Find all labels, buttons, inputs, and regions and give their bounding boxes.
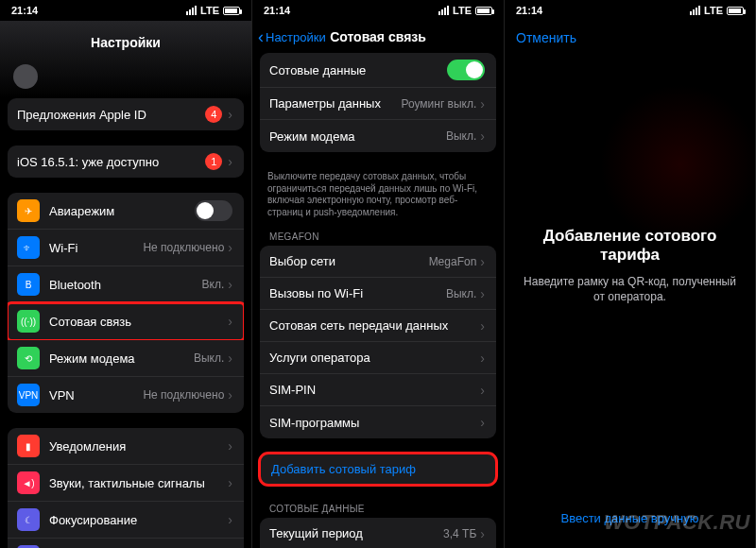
row-label: Wi-Fi bbox=[49, 241, 143, 255]
chevron-right-icon: › bbox=[480, 415, 485, 430]
chevron-right-icon: › bbox=[480, 318, 485, 334]
status-time: 21:14 bbox=[264, 5, 290, 16]
status-time: 21:14 bbox=[11, 5, 38, 16]
settings-row-airplane[interactable]: ✈Авиарежим bbox=[8, 193, 244, 230]
section-footer: Выключите передачу сотовых данных, чтобы… bbox=[252, 167, 504, 228]
airplane-icon: ✈ bbox=[17, 199, 40, 222]
chevron-right-icon: › bbox=[228, 351, 232, 366]
cell-icon: ((·)) bbox=[17, 310, 40, 333]
row-label: Сотовая связь bbox=[49, 315, 228, 329]
chevron-right-icon: › bbox=[480, 96, 485, 111]
vpn-icon: VPN bbox=[17, 384, 40, 406]
settings-row-5[interactable]: SIM-программы› bbox=[260, 406, 496, 438]
badge: 1 bbox=[205, 153, 222, 170]
row-label: Сотовая сеть передачи данных bbox=[269, 318, 480, 333]
nav-header: Настройки bbox=[9, 26, 242, 59]
status-bar: 21:14 LTE bbox=[0, 0, 251, 21]
toggle[interactable] bbox=[447, 60, 485, 80]
row-label: Сотовые данные bbox=[269, 63, 447, 77]
chevron-right-icon: › bbox=[480, 526, 485, 541]
settings-row-bt[interactable]: BBluetoothВкл.› bbox=[8, 266, 244, 303]
settings-row-1[interactable]: Вызовы по Wi-FiВыкл.› bbox=[260, 278, 496, 310]
settings-row-2[interactable]: Сотовая сеть передачи данных› bbox=[260, 310, 496, 342]
settings-row-0[interactable]: Сотовые данные bbox=[260, 53, 496, 88]
settings-row-sound[interactable]: ◄)Звуки, тактильные сигналы› bbox=[8, 465, 244, 502]
chevron-right-icon: › bbox=[480, 351, 485, 366]
section-header-data: СОТОВЫЕ ДАННЫЕ bbox=[252, 500, 504, 518]
row-label: Предложения Apple ID bbox=[17, 108, 205, 122]
signal-icon bbox=[438, 6, 449, 15]
cellular-pane: 21:14 LTE ‹ Настройки Сотовая связь Сото… bbox=[252, 0, 505, 548]
settings-pane: 21:14 LTE Настройки Предложения Apple ID… bbox=[0, 0, 252, 548]
page-title: Добавление сотового тарифа bbox=[522, 227, 738, 265]
settings-row-vpn[interactable]: VPNVPNНе подключено› bbox=[8, 377, 244, 413]
page-title: Настройки bbox=[91, 35, 161, 50]
row-label: Вызовы по Wi-Fi bbox=[269, 286, 446, 300]
battery-icon bbox=[727, 7, 744, 15]
settings-row-cell[interactable]: ((·))Сотовая связь› bbox=[8, 303, 244, 340]
chevron-right-icon: › bbox=[228, 314, 232, 329]
chevron-right-icon: › bbox=[228, 512, 232, 527]
back-button[interactable]: ‹ Настройки bbox=[258, 30, 326, 44]
row-value: Вкл. bbox=[202, 278, 225, 291]
chevron-right-icon: › bbox=[228, 154, 232, 169]
bt-icon: B bbox=[17, 273, 40, 296]
add-plan-pane: 21:14 LTE Отменить Добавление сотового т… bbox=[505, 0, 756, 548]
row-label: Услуги оператора bbox=[269, 351, 480, 365]
row-label: Текущий период bbox=[269, 526, 443, 540]
settings-row-2[interactable]: Режим модемаВыкл.› bbox=[260, 120, 496, 152]
focus-icon: ☾ bbox=[17, 508, 40, 531]
network-label: LTE bbox=[453, 5, 472, 16]
row-value: Выкл. bbox=[194, 351, 224, 365]
row-label: Режим модема bbox=[269, 129, 446, 144]
row-label: Авиарежим bbox=[49, 204, 195, 218]
avatar[interactable] bbox=[13, 64, 38, 89]
chevron-right-icon: › bbox=[480, 383, 485, 398]
settings-row-wifi[interactable]: ᯤWi-FiНе подключено› bbox=[8, 230, 244, 266]
row-value: Выкл. bbox=[446, 287, 476, 300]
hotspot-icon: ⟲ bbox=[17, 347, 40, 369]
settings-row-4[interactable]: SIM-PIN› bbox=[260, 374, 496, 406]
chevron-right-icon: › bbox=[228, 387, 232, 402]
row-label: iOS 16.5.1: уже доступно bbox=[17, 155, 205, 169]
chevron-right-icon: › bbox=[228, 107, 232, 122]
row-label: Bluetooth bbox=[49, 278, 202, 292]
chevron-right-icon: › bbox=[480, 286, 485, 301]
page-subtitle: Наведите рамку на QR-код, полученный от … bbox=[522, 274, 738, 304]
watermark: WOTPACK.RU bbox=[604, 510, 750, 535]
software-update-row[interactable]: iOS 16.5.1: уже доступно 1 › bbox=[8, 146, 244, 178]
settings-row-3[interactable]: Услуги оператора› bbox=[260, 342, 496, 374]
nav-header: ‹ Настройки Сотовая связь bbox=[252, 21, 504, 53]
row-label: SIM-PIN bbox=[269, 383, 480, 397]
settings-row-focus[interactable]: ☾Фокусирование› bbox=[8, 502, 244, 539]
chevron-right-icon: › bbox=[228, 438, 232, 454]
row-label: Режим модема bbox=[49, 351, 194, 366]
row-label: Параметры данных bbox=[269, 96, 401, 111]
settings-row-hotspot[interactable]: ⟲Режим модемаВыкл.› bbox=[8, 340, 244, 377]
chevron-right-icon: › bbox=[480, 254, 485, 269]
cancel-button[interactable]: Отменить bbox=[516, 30, 576, 45]
settings-row-0[interactable]: Выбор сетиMegaFon› bbox=[260, 246, 496, 278]
chevron-right-icon: › bbox=[228, 240, 232, 255]
settings-row-1[interactable]: Параметры данныхРоуминг выкл.› bbox=[260, 88, 496, 120]
back-label: Настройки bbox=[266, 30, 326, 44]
chevron-right-icon: › bbox=[228, 277, 232, 292]
network-label: LTE bbox=[200, 5, 219, 16]
status-bar: 21:14 LTE bbox=[252, 0, 504, 21]
sound-icon: ◄) bbox=[17, 471, 40, 494]
row-label: VPN bbox=[49, 388, 143, 402]
settings-row-notif[interactable]: ▮Уведомления› bbox=[8, 428, 244, 465]
apple-id-suggestions-row[interactable]: Предложения Apple ID 4 › bbox=[8, 98, 244, 130]
row-label: Фокусирование bbox=[49, 513, 228, 527]
row-value: 3,4 ТБ bbox=[443, 527, 476, 540]
settings-row-screen[interactable]: ⌛Экранное время› bbox=[8, 539, 244, 548]
add-cellular-plan-button[interactable]: Добавить сотовый тариф bbox=[260, 454, 496, 485]
row-value: Выкл. bbox=[446, 129, 476, 143]
settings-row-0[interactable]: Текущий период3,4 ТБ› bbox=[260, 518, 496, 548]
toggle[interactable] bbox=[195, 200, 232, 221]
link-label: Добавить сотовый тариф bbox=[271, 462, 416, 476]
battery-icon bbox=[223, 7, 240, 15]
chevron-right-icon: › bbox=[228, 475, 232, 490]
notif-icon: ▮ bbox=[17, 435, 40, 457]
row-label: Уведомления bbox=[49, 439, 228, 454]
